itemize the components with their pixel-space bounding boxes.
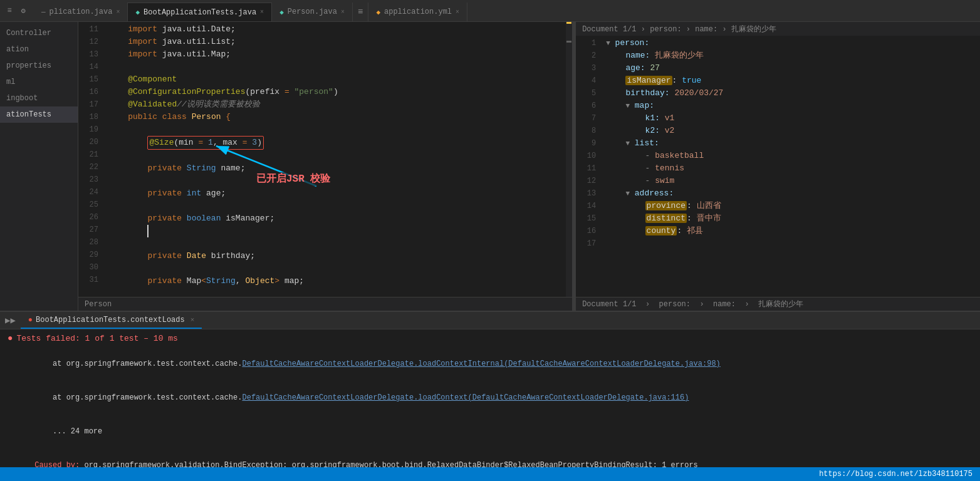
code-line-12: import java.util.List; (103, 36, 566, 48)
status-bar: https://blog.csdn.net/lzb348110175 (0, 467, 980, 481)
left-code-content: import java.util.Date; import java.util.… (103, 22, 566, 311)
sidebar-item-controller[interactable]: Controller (0, 25, 78, 41)
sidebar-item-ingboot[interactable]: ingboot (0, 90, 78, 106)
code-line-13: import java.util.Map; (103, 48, 566, 61)
tab-label: application.yml (384, 8, 452, 16)
right-editor-pane: Document 1/1 › person: › name: › 扎麻袋的少年 … (576, 22, 980, 311)
bottom-tab-close-icon[interactable]: × (190, 316, 195, 324)
code-line-11: import java.util.Date; (103, 23, 566, 36)
yaml-line-7: k1: v1 (601, 112, 980, 125)
tab-close-icon[interactable]: × (456, 9, 459, 16)
yaml-line-5: birthday: 2020/03/27 (601, 87, 980, 100)
left-editor-pane: 11 12 13 14 15 16 17 18 19 20 21 22 23 2… (78, 22, 574, 311)
yaml-line-9: ▼ list: (601, 137, 980, 150)
yaml-line-13: ▼ address: (601, 187, 980, 200)
code-line-26: private boolean isManager; (103, 212, 566, 225)
bottom-tab-label: BootApplicationTests.contextLoads (36, 316, 185, 324)
test-status-header: ● Tests failed: 1 of 1 test – 10 ms (8, 333, 972, 343)
bottom-tabs: ▶▶ ● BootApplicationTests.contextLoads × (0, 312, 980, 329)
gear-icon[interactable]: ⚙ (19, 6, 28, 15)
yaml-line-2: name: 扎麻袋的少年 (601, 49, 980, 62)
tab-close-icon[interactable]: × (116, 9, 120, 16)
code-line-27 (103, 225, 566, 237)
menu-icon[interactable]: ≡ (5, 6, 14, 15)
sidebar-item-ml[interactable]: ml (0, 74, 78, 90)
code-line-15: @Component (103, 73, 566, 86)
left-editor-statusbar: Person (78, 297, 572, 311)
tab-bar: — plication.java × ◆ BootApplicationTest… (34, 0, 975, 21)
yaml-line-17 (601, 237, 980, 250)
yaml-line-11: - tennis (601, 162, 980, 175)
right-code-container: 1 2 3 4 5 6 7 8 9 10 11 12 13 14 15 16 1 (576, 36, 980, 297)
code-line-25 (103, 200, 566, 212)
status-bar-right: https://blog.csdn.net/lzb348110175 (819, 470, 972, 478)
line-numbers-left: 11 12 13 14 15 16 17 18 19 20 21 22 23 2… (78, 22, 103, 311)
yaml-line-12: - swim (601, 175, 980, 187)
sidebar-item-properties[interactable]: properties (0, 58, 78, 74)
bottom-panel-expand-icon[interactable]: ▶▶ (0, 315, 21, 326)
error-line-1: at org.springframework.test.context.cach… (8, 347, 972, 381)
bottom-panel: ▶▶ ● BootApplicationTests.contextLoads ×… (0, 311, 980, 467)
right-code-content: ▼ person: name: 扎麻袋的少年 age: 27 isManager… (601, 36, 980, 297)
code-line-31: private Map<String, Object> map; (103, 275, 566, 287)
code-line-21 (103, 150, 566, 162)
sidebar-item-ationtests[interactable]: ationTests (0, 106, 78, 123)
error-line-2: at org.springframework.test.context.cach… (8, 381, 972, 415)
yaml-line-4: isManager: true (601, 75, 980, 87)
tab-person-java[interactable]: ◆ Person.java × (272, 3, 353, 21)
main-area: Controller ation properties ml ingboot a… (0, 22, 980, 311)
tab-list-icon[interactable]: ≡ (353, 3, 368, 21)
code-line-14 (103, 61, 566, 73)
code-line-28 (103, 237, 566, 250)
tab-close-icon[interactable]: × (341, 9, 345, 16)
error-line-caused-by: Caused by: org.springframework.validatio… (8, 448, 972, 467)
yaml-line-6: ▼ map: (601, 100, 980, 112)
code-line-22: private String name; (103, 162, 566, 175)
tab-application-java[interactable]: — plication.java × (34, 3, 128, 21)
window-controls: ≡ ⚙ (5, 6, 28, 15)
yaml-line-1: ▼ person: (601, 37, 980, 49)
code-line-23 (103, 175, 566, 187)
left-code-container: 11 12 13 14 15 16 17 18 19 20 21 22 23 2… (78, 22, 572, 311)
tab-label: BootApplicationTests.java (143, 8, 256, 17)
line-numbers-right: 1 2 3 4 5 6 7 8 9 10 11 12 13 14 15 16 1 (576, 36, 601, 297)
tab-label: Person.java (288, 8, 337, 16)
yaml-line-3: age: 27 (601, 62, 980, 75)
yaml-line-15: distinct: 晋中市 (601, 212, 980, 225)
test-fail-icon: ● (8, 333, 13, 343)
yaml-line-16: county: 祁县 (601, 225, 980, 237)
code-line-16: @ConfigurationProperties(prefix = "perso… (103, 86, 566, 98)
sidebar: Controller ation properties ml ingboot a… (0, 22, 78, 311)
code-line-24: private int age; (103, 187, 566, 200)
yaml-line-14: province: 山西省 (601, 200, 980, 212)
tab-boot-tests[interactable]: ◆ BootApplicationTests.java × (128, 3, 272, 21)
code-line-19 (103, 123, 566, 136)
yaml-line-8: k2: v2 (601, 125, 980, 137)
sidebar-item-ation[interactable]: ation (0, 41, 78, 58)
bottom-content[interactable]: ● Tests failed: 1 of 1 test – 10 ms at o… (0, 329, 980, 467)
code-line-30 (103, 262, 566, 275)
error-line-3: ... 24 more (8, 415, 972, 448)
tab-label: plication.java (50, 8, 113, 16)
list-icon: ≡ (358, 7, 363, 17)
code-line-29: private Date birthday; (103, 250, 566, 262)
breadcrumb-bar: Document 1/1 › person: › name: › 扎麻袋的少年 (576, 22, 980, 36)
breadcrumb: Document 1/1 › person: › name: › 扎麻袋的少年 (582, 24, 776, 34)
test-status-text: Tests failed: 1 of 1 test – 10 ms (16, 334, 177, 343)
left-editor-filename: Person (85, 300, 112, 309)
yaml-line-10: - basketball (601, 150, 980, 162)
editor-area: 11 12 13 14 15 16 17 18 19 20 21 22 23 2… (78, 22, 980, 311)
right-editor-breadcrumb-status: Document 1/1 › person: › name: › 扎麻袋的少年 (582, 299, 803, 309)
code-line-17: @Validated//说明该类需要被校验 (103, 98, 566, 111)
tab-application-yml[interactable]: ◆ application.yml × (368, 3, 467, 21)
right-editor-statusbar: Document 1/1 › person: › name: › 扎麻袋的少年 (576, 297, 980, 311)
code-line-20: @Size(min = 1, max = 3) (103, 136, 566, 150)
top-bar: ≡ ⚙ — plication.java × ◆ BootApplication… (0, 0, 980, 22)
code-line-18: public class Person { (103, 111, 566, 123)
left-scrollbar[interactable] (566, 22, 572, 311)
bottom-tab-run[interactable]: ● BootApplicationTests.contextLoads × (21, 312, 202, 329)
tab-close-icon[interactable]: × (260, 9, 264, 16)
